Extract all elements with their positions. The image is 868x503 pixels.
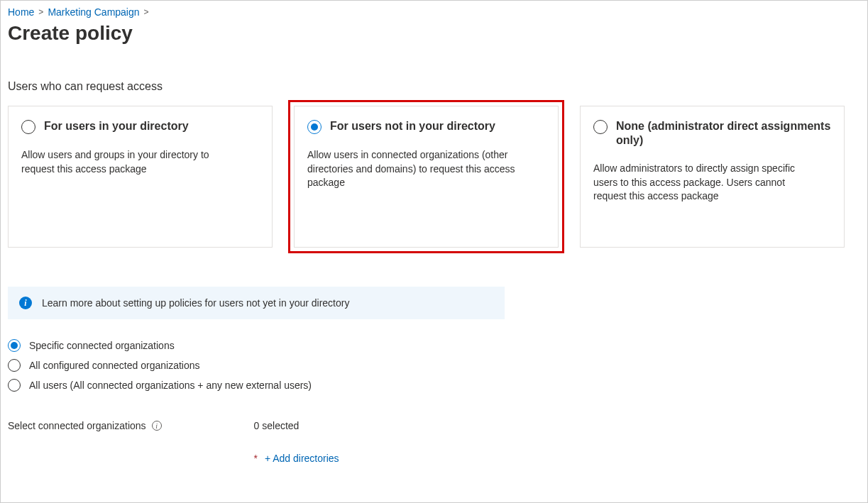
card-none-admin-only[interactable]: None (administrator direct assignments o… (580, 106, 845, 248)
chevron-right-icon: > (38, 7, 43, 17)
scope-specific-orgs[interactable]: Specific connected organizations (8, 339, 860, 352)
card-title: For users not in your directory (330, 119, 495, 133)
breadcrumb-campaign[interactable]: Marketing Campaign (48, 6, 139, 18)
card-desc: Allow users and groups in your directory… (21, 148, 234, 176)
card-desc: Allow users in connected organizations (… (307, 148, 520, 190)
add-directories-row: * + Add directories (254, 453, 339, 464)
required-asterisk: * (254, 453, 258, 464)
chevron-right-icon: > (144, 7, 149, 17)
scope-all-users[interactable]: All users (All connected organizations +… (8, 379, 860, 392)
scope-radio-group: Specific connected organizations All con… (8, 339, 860, 392)
card-title: For users in your directory (44, 119, 189, 133)
label-text: Select connected organizations (8, 420, 146, 431)
info-icon[interactable]: i (152, 421, 162, 431)
selected-count: 0 selected (254, 420, 339, 431)
radio-icon[interactable] (307, 120, 322, 134)
card-title: None (administrator direct assignments o… (616, 119, 831, 148)
radio-icon[interactable] (8, 359, 21, 372)
scope-all-configured[interactable]: All configured connected organizations (8, 359, 860, 372)
breadcrumb-home[interactable]: Home (8, 6, 34, 18)
card-users-not-in-directory[interactable]: For users not in your directory Allow us… (294, 106, 559, 248)
add-directories-link[interactable]: + Add directories (265, 453, 339, 464)
breadcrumb: Home > Marketing Campaign > (8, 6, 860, 18)
radio-label: All configured connected organizations (29, 360, 200, 371)
radio-icon[interactable] (8, 379, 21, 392)
connected-orgs-label: Select connected organizations i (8, 420, 162, 431)
radio-label: Specific connected organizations (29, 340, 175, 351)
request-scope-cards: For users in your directory Allow users … (8, 106, 860, 248)
users-section-label: Users who can request access (8, 80, 860, 93)
card-desc: Allow administrators to directly assign … (593, 162, 806, 204)
radio-icon[interactable] (593, 120, 608, 134)
card-users-in-directory[interactable]: For users in your directory Allow users … (8, 106, 273, 248)
info-banner-text: Learn more about setting up policies for… (42, 297, 349, 309)
page-title: Create policy (8, 22, 860, 45)
radio-icon[interactable] (8, 339, 21, 352)
info-banner[interactable]: i Learn more about setting up policies f… (8, 287, 505, 319)
radio-icon[interactable] (21, 120, 35, 134)
info-icon: i (19, 297, 32, 309)
radio-label: All users (All connected organizations +… (29, 380, 312, 391)
